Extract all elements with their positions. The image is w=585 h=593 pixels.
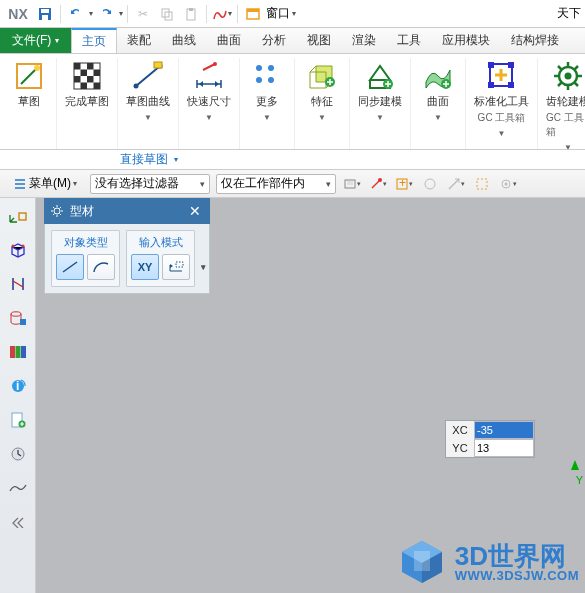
watermark-logo-icon [397, 537, 447, 587]
svg-rect-12 [74, 63, 81, 70]
nav-part-navigator-icon[interactable] [4, 204, 32, 228]
svg-rect-33 [508, 62, 514, 68]
menu-button[interactable]: 菜单(M) ▾ [6, 174, 84, 194]
svg-rect-22 [154, 62, 162, 68]
svg-rect-50 [20, 319, 26, 325]
svg-rect-34 [488, 82, 494, 88]
object-type-group: 对象类型 [51, 230, 120, 287]
xc-label: XC [446, 424, 474, 436]
close-icon[interactable]: ✕ [186, 203, 204, 219]
panel-title: 型材 [70, 203, 94, 220]
svg-rect-52 [15, 346, 20, 358]
ribbon-feature[interactable]: 特征▼ [301, 58, 343, 124]
titlebar-right-text: 天下 [557, 5, 581, 22]
yc-input[interactable] [474, 439, 534, 457]
nav-constraint-icon[interactable] [4, 272, 32, 296]
nav-history-icon[interactable] [4, 442, 32, 466]
titlebar: NX ▾ ▾ ✂ ▾ 窗口 ▾ 天下 [0, 0, 585, 28]
svg-rect-19 [94, 83, 101, 90]
window-dropdown[interactable]: 窗口 [266, 5, 290, 22]
xc-input[interactable] [474, 421, 534, 439]
svg-point-47 [11, 245, 14, 248]
coordinate-input: XC YC [445, 420, 535, 458]
nav-assembly-icon[interactable] [4, 238, 32, 262]
arc-tool[interactable] [87, 254, 115, 280]
ribbon-gear[interactable]: 齿轮建模GC 工具箱▼ [544, 58, 585, 150]
window-icon[interactable] [242, 3, 264, 25]
y-axis-label: Y [576, 474, 583, 486]
nav-database-icon[interactable] [4, 306, 32, 330]
nav-curve-icon[interactable] [4, 476, 32, 500]
touch-icon[interactable]: ▾ [211, 3, 233, 25]
svg-point-37 [565, 73, 572, 80]
filter-tool-4[interactable] [420, 174, 440, 194]
cut-icon[interactable]: ✂ [132, 3, 154, 25]
input-mode-group: 输入模式 XY [126, 230, 195, 287]
svg-point-26 [256, 77, 262, 83]
ribbon-sketch[interactable]: 草图 [8, 58, 50, 111]
redo-icon[interactable] [95, 3, 117, 25]
svg-rect-15 [94, 70, 101, 77]
svg-text:+: + [399, 177, 406, 190]
svg-point-23 [213, 62, 217, 66]
nav-reuse-library-icon[interactable] [4, 340, 32, 364]
svg-point-27 [268, 77, 274, 83]
selection-filter-2[interactable]: 仅在工作部件内 [216, 174, 336, 194]
graphics-canvas[interactable]: 型材 ✕ 对象类型 输入模式 XY [36, 198, 585, 593]
tab-视图[interactable]: 视图 [297, 28, 342, 53]
tab-主页[interactable]: 主页 [71, 28, 117, 53]
ribbon-curve[interactable]: 草图曲线▼ [124, 58, 172, 124]
input-mode-label: 输入模式 [131, 235, 190, 250]
copy-icon[interactable] [156, 3, 178, 25]
svg-rect-53 [21, 346, 26, 358]
tab-应用模块[interactable]: 应用模块 [432, 28, 501, 53]
svg-rect-18 [81, 83, 88, 90]
direct-sketch-link[interactable]: 直接草图 [120, 151, 168, 168]
svg-rect-51 [10, 346, 15, 358]
filter-bar: 菜单(M) ▾ 没有选择过滤器 仅在工作部件内 ▾ ▾ +▾ ▾ ▾ [0, 170, 585, 198]
ribbon-sync[interactable]: 同步建模▼ [356, 58, 404, 124]
line-tool[interactable] [56, 254, 84, 280]
tab-工具[interactable]: 工具 [387, 28, 432, 53]
ribbon-surface[interactable]: 曲面▼ [417, 58, 459, 124]
profile-panel: 型材 ✕ 对象类型 输入模式 XY [44, 198, 210, 294]
tab-曲线[interactable]: 曲线 [162, 28, 207, 53]
svg-rect-17 [87, 76, 94, 83]
filter-tool-1[interactable]: ▾ [342, 174, 362, 194]
nav-new-doc-icon[interactable] [4, 408, 32, 432]
gear-icon [50, 204, 64, 218]
tab-曲面[interactable]: 曲面 [207, 28, 252, 53]
svg-rect-16 [74, 76, 81, 83]
svg-point-20 [134, 84, 139, 89]
undo-icon[interactable] [65, 3, 87, 25]
param-mode-tool[interactable] [162, 254, 190, 280]
ribbon-flag[interactable]: 完成草图 [63, 58, 111, 111]
filter-tool-3[interactable]: +▾ [394, 174, 414, 194]
svg-point-24 [256, 65, 262, 71]
tab-结构焊接[interactable]: 结构焊接 [501, 28, 570, 53]
ribbon-dim[interactable]: 快速尺寸▼ [185, 58, 233, 124]
nav-collapse-icon[interactable] [4, 510, 32, 534]
file-menu[interactable]: 文件(F)▾ [0, 28, 71, 53]
svg-marker-65 [414, 551, 430, 571]
svg-rect-35 [508, 82, 514, 88]
filter-tool-2[interactable]: ▾ [368, 174, 388, 194]
xy-mode-tool[interactable]: XY [131, 254, 159, 280]
ribbon-std[interactable]: 标准化工具GC 工具箱▼ [472, 58, 531, 140]
svg-rect-14 [81, 70, 88, 77]
selection-filter-1[interactable]: 没有选择过滤器 [90, 174, 210, 194]
save-icon[interactable] [34, 3, 56, 25]
nav-info-icon[interactable]: i [4, 374, 32, 398]
ribbon-more[interactable]: 更多▼ [246, 58, 288, 124]
tab-分析[interactable]: 分析 [252, 28, 297, 53]
filter-tool-7[interactable]: ▾ [498, 174, 518, 194]
filter-tool-5[interactable]: ▾ [446, 174, 466, 194]
tab-装配[interactable]: 装配 [117, 28, 162, 53]
svg-point-39 [378, 178, 382, 182]
svg-rect-1 [41, 9, 49, 13]
paste-icon[interactable] [180, 3, 202, 25]
yc-label: YC [446, 442, 474, 454]
tab-渲染[interactable]: 渲染 [342, 28, 387, 53]
filter-tool-6[interactable] [472, 174, 492, 194]
svg-rect-8 [247, 9, 259, 12]
